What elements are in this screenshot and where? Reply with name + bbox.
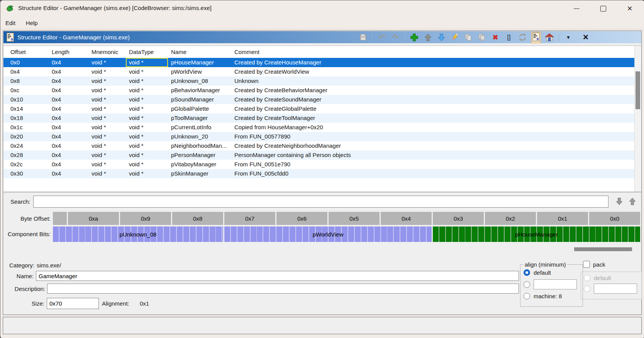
align-default-radio[interactable] xyxy=(524,269,530,276)
paste-button[interactable] xyxy=(477,32,487,42)
cell-name[interactable]: pUnknown_08 xyxy=(168,76,231,86)
cell-length[interactable]: 0x4 xyxy=(49,123,88,132)
table-row[interactable]: 0x100x4void *void *pSoundManagerCreated … xyxy=(3,95,641,104)
cell-comment[interactable]: Created by CreateWorldView xyxy=(231,67,641,76)
cell-offset[interactable]: 0x4 xyxy=(7,67,49,76)
home-button[interactable] xyxy=(544,32,554,42)
cell-datatype[interactable]: void * xyxy=(126,132,168,141)
cell-mnemonic[interactable]: void * xyxy=(88,141,126,150)
cell-comment[interactable]: Created by CreateBehaviorManager xyxy=(231,86,641,95)
cell-comment[interactable]: Created by CreateToolManager xyxy=(231,113,641,123)
table-row[interactable]: 0x40x4void *void *pWorldViewCreated by C… xyxy=(3,67,641,76)
cell-mnemonic[interactable]: void * xyxy=(88,160,126,169)
cell-length[interactable]: 0x4 xyxy=(49,113,88,123)
maximize-button[interactable] xyxy=(594,1,612,16)
cell-datatype[interactable]: void * xyxy=(126,86,168,95)
align-custom-radio[interactable] xyxy=(524,281,530,288)
cell-offset[interactable]: 0x28 xyxy=(7,150,49,160)
cell-name[interactable]: pVitaboyManager xyxy=(168,160,231,169)
cell-mnemonic[interactable]: void * xyxy=(88,113,126,123)
table-row[interactable]: 0x280x4void *void *pPersonManagerPersonM… xyxy=(3,150,641,160)
move-down-button[interactable] xyxy=(436,32,446,42)
table-row[interactable]: 0x180x4void *void *pToolManagerCreated b… xyxy=(3,113,641,123)
column-header-name[interactable]: Name xyxy=(168,49,231,55)
add-component-button[interactable] xyxy=(409,32,419,42)
cell-length[interactable]: 0x4 xyxy=(49,150,88,160)
column-header-mnemonic[interactable]: Mnemonic xyxy=(88,49,126,55)
table-row[interactable]: 0x300x4void *void *pSkinManagerFrom FUN_… xyxy=(3,169,641,178)
edit-field-button[interactable] xyxy=(450,32,460,42)
cell-datatype[interactable]: void * xyxy=(126,67,168,76)
cell-length[interactable]: 0x4 xyxy=(49,86,88,95)
cell-comment[interactable]: PersonManager containing all Person obje… xyxy=(231,150,641,160)
cell-mnemonic[interactable]: void * xyxy=(88,104,126,113)
cell-name[interactable]: pBehaviorManager xyxy=(168,86,231,95)
column-header-offset[interactable]: Offset xyxy=(7,49,49,55)
cell-name[interactable]: pUnknown_20 xyxy=(168,132,231,141)
pack-custom-field[interactable] xyxy=(594,284,637,294)
cell-datatype[interactable]: void * xyxy=(126,123,168,132)
cell-comment[interactable]: From FUN_00577890 xyxy=(231,132,641,141)
show-component-paths-button[interactable]: s xyxy=(531,32,541,42)
cell-length[interactable]: 0x4 xyxy=(49,58,88,67)
column-header-datatype[interactable]: DataType xyxy=(126,49,168,55)
cell-length[interactable]: 0x4 xyxy=(49,141,88,150)
bitview-scrollbar-thumb[interactable] xyxy=(574,247,632,251)
cell-offset[interactable]: 0x18 xyxy=(7,113,49,123)
move-up-button[interactable] xyxy=(423,32,433,42)
table-scrollbar[interactable] xyxy=(634,46,641,192)
cell-comment[interactable]: Created by CreateNeighborhoodManager xyxy=(231,141,641,150)
create-array-button[interactable]: [] xyxy=(504,32,514,42)
cell-datatype[interactable]: void * xyxy=(126,95,168,104)
cell-name[interactable]: pToolManager xyxy=(168,113,231,123)
menu-help[interactable]: Help xyxy=(26,20,38,26)
cycle-group-button[interactable] xyxy=(517,32,527,42)
cell-length[interactable]: 0x4 xyxy=(49,132,88,141)
cell-name[interactable]: pGlobalPalette xyxy=(168,104,231,113)
cell-name[interactable]: pSkinManager xyxy=(168,169,231,178)
cell-offset[interactable]: 0x20 xyxy=(7,132,49,141)
cell-offset[interactable]: 0xc xyxy=(7,86,49,95)
cell-offset[interactable]: 0x2c xyxy=(7,160,49,169)
cell-mnemonic[interactable]: void * xyxy=(88,169,126,178)
cell-mnemonic[interactable]: void * xyxy=(88,76,126,86)
search-input[interactable] xyxy=(33,196,608,208)
cell-datatype[interactable]: void * xyxy=(126,169,168,178)
menu-edit[interactable]: Edit xyxy=(5,20,15,26)
save-button[interactable] xyxy=(358,32,368,42)
pack-default-radio[interactable] xyxy=(584,275,590,281)
table-row[interactable]: 0x80x4void *void *pUnknown_08Unknown xyxy=(3,76,641,86)
cell-offset[interactable]: 0x0 xyxy=(7,58,49,67)
delete-button[interactable]: ✖ xyxy=(490,32,500,42)
panel-menu-button[interactable]: ▼ xyxy=(563,32,573,42)
close-button[interactable]: ✕ xyxy=(621,1,639,16)
cell-name[interactable]: pNeighborhoodMan... xyxy=(168,141,231,150)
name-field[interactable] xyxy=(36,271,519,281)
pack-checkbox[interactable] xyxy=(583,261,590,268)
column-header-comment[interactable]: Comment xyxy=(231,49,641,55)
table-row[interactable]: 0x00x4void *void *pHouseManagerCreated b… xyxy=(3,58,641,67)
cell-offset[interactable]: 0x30 xyxy=(7,169,49,178)
cell-offset[interactable]: 0x24 xyxy=(7,141,49,150)
cell-datatype[interactable]: void * xyxy=(126,104,168,113)
cell-offset[interactable]: 0x8 xyxy=(7,76,49,86)
cell-length[interactable]: 0x4 xyxy=(49,104,88,113)
cell-length[interactable]: 0x4 xyxy=(49,95,88,104)
panel-close-button[interactable]: ✕ xyxy=(581,32,591,42)
cell-datatype[interactable]: void * xyxy=(126,160,168,169)
cell-datatype[interactable]: void * xyxy=(126,76,168,86)
cell-comment[interactable]: From FUN_0051e790 xyxy=(231,160,641,169)
cell-comment[interactable]: Copied from HouseManager+0x20 xyxy=(231,123,641,132)
cell-name[interactable]: pWorldView xyxy=(168,67,231,76)
cell-length[interactable]: 0x4 xyxy=(49,76,88,86)
cell-mnemonic[interactable]: void * xyxy=(88,67,126,76)
cell-datatype[interactable]: void * xyxy=(126,141,168,150)
cell-name[interactable]: pHouseManager xyxy=(168,58,231,67)
search-previous-button[interactable] xyxy=(627,196,638,207)
cell-length[interactable]: 0x4 xyxy=(49,67,88,76)
cell-mnemonic[interactable]: void * xyxy=(88,58,126,67)
cell-comment[interactable]: Created by CreateHouseManager xyxy=(231,58,641,67)
align-custom-field[interactable] xyxy=(534,279,577,289)
cell-datatype[interactable]: void * xyxy=(126,113,168,123)
minimize-button[interactable] xyxy=(568,1,585,16)
